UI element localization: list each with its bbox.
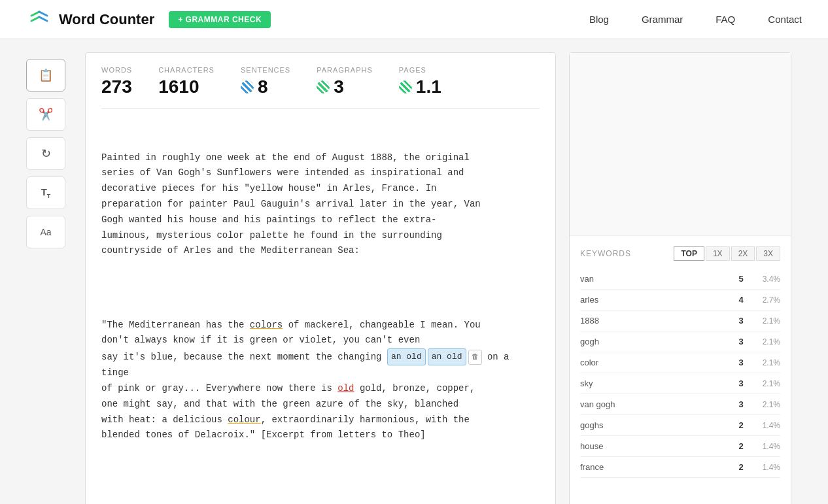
grammar-check-button[interactable]: + GRAMMAR CHECK xyxy=(169,11,271,28)
pages-label: PAGES xyxy=(399,66,441,74)
keyword-word: van xyxy=(580,274,731,284)
scissors-icon: ✂️ xyxy=(39,107,53,122)
delete-chip[interactable]: 🗑 xyxy=(468,350,482,365)
keyword-count: 5 xyxy=(731,274,751,284)
tab-top[interactable]: TOP xyxy=(674,246,704,261)
stats-bar: WORDS 273 CHARACTERS 1610 SENTENCES 8 PA… xyxy=(101,66,540,109)
ad-area xyxy=(570,53,791,236)
replacement-chip-2[interactable]: an old xyxy=(428,348,466,365)
sidebar-copy-button[interactable]: 📋 xyxy=(26,59,65,92)
keyword-word: arles xyxy=(580,295,731,305)
keyword-count: 3 xyxy=(731,337,751,346)
keywords-list: van53.4%arles42.7%188832.1%gogh32.1%colo… xyxy=(580,269,780,478)
stat-words: WORDS 273 xyxy=(101,66,132,97)
tab-3x[interactable]: 3X xyxy=(756,246,780,261)
keyword-word: 1888 xyxy=(580,316,731,326)
keyword-pct: 1.4% xyxy=(751,442,780,451)
chars-value: 1610 xyxy=(158,76,215,97)
sidebar: 📋 ✂️ ↻ TT Aa xyxy=(20,52,72,504)
copy-icon: 📋 xyxy=(39,68,53,82)
main-nav: Blog Grammar FAQ Contact xyxy=(589,14,802,25)
keyword-word: van gogh xyxy=(580,399,731,409)
pages-value: 1.1 xyxy=(399,76,441,97)
keyword-pct: 2.1% xyxy=(751,316,780,326)
keywords-tabs: TOP 1X 2X 3X xyxy=(674,246,780,261)
underline-old: old xyxy=(337,383,354,394)
stat-paragraphs: PARAGRAPHS 3 xyxy=(317,66,373,97)
keyword-row: van gogh32.1% xyxy=(580,394,780,415)
sidebar-refresh-button[interactable]: ↻ xyxy=(26,137,65,170)
sentences-label: SENTENCES xyxy=(241,66,290,74)
keyword-row: van53.4% xyxy=(580,269,780,290)
stat-pages: PAGES 1.1 xyxy=(399,66,441,97)
header: Word Counter + GRAMMAR CHECK Blog Gramma… xyxy=(0,0,828,39)
refresh-icon: ↻ xyxy=(41,146,51,161)
keyword-word: gogh xyxy=(580,337,731,346)
content-area: WORDS 273 CHARACTERS 1610 SENTENCES 8 PA… xyxy=(85,52,556,504)
logo-area: Word Counter + GRAMMAR CHECK xyxy=(26,7,271,33)
keyword-row: 188832.1% xyxy=(580,311,780,331)
keyword-pct: 1.4% xyxy=(751,463,780,472)
keyword-count: 3 xyxy=(731,378,751,388)
keyword-pct: 2.1% xyxy=(751,358,780,367)
keyword-word: france xyxy=(580,462,731,472)
keyword-count: 2 xyxy=(731,462,751,472)
stat-characters: CHARACTERS 1610 xyxy=(158,66,215,97)
words-label: WORDS xyxy=(101,66,132,74)
keyword-word: sky xyxy=(580,378,731,388)
pages-icon xyxy=(399,80,412,93)
svg-line-1 xyxy=(39,12,47,16)
nav-faq[interactable]: FAQ xyxy=(716,14,735,25)
underline-colors: colors xyxy=(250,320,283,330)
keyword-row: france21.4% xyxy=(580,457,780,478)
keyword-row: color32.1% xyxy=(580,352,780,373)
font-size-icon: TT xyxy=(41,186,51,199)
svg-line-0 xyxy=(31,12,39,16)
replacement-chip-1[interactable]: an old xyxy=(387,348,426,365)
keyword-pct: 2.7% xyxy=(751,295,780,305)
keywords-label: KEYWORDS xyxy=(580,249,631,258)
nav-contact[interactable]: Contact xyxy=(768,14,802,25)
keyword-pct: 2.1% xyxy=(751,337,780,346)
svg-line-3 xyxy=(39,17,47,21)
keyword-row: house21.4% xyxy=(580,436,780,457)
keyword-count: 2 xyxy=(731,441,751,451)
paragraph-2: "The Mediterranean has the colors of mac… xyxy=(101,318,540,444)
words-value: 273 xyxy=(101,76,132,97)
text-content[interactable]: Painted in roughly one week at the end o… xyxy=(101,119,540,504)
logo-icon xyxy=(26,7,52,33)
sidebar-scissors-button[interactable]: ✂️ xyxy=(26,98,65,131)
sentences-value: 8 xyxy=(241,76,290,97)
nav-grammar[interactable]: Grammar xyxy=(642,14,683,25)
sidebar-font-style-button[interactable]: Aa xyxy=(26,216,65,248)
keyword-word: color xyxy=(580,358,731,367)
stat-sentences: SENTENCES 8 xyxy=(241,66,290,97)
nav-blog[interactable]: Blog xyxy=(589,14,609,25)
keyword-count: 2 xyxy=(731,420,751,430)
keyword-count: 4 xyxy=(731,295,751,305)
keyword-row: goghs21.4% xyxy=(580,415,780,436)
keyword-count: 3 xyxy=(731,316,751,326)
paragraphs-label: PARAGRAPHS xyxy=(317,66,373,74)
keywords-section: KEYWORDS TOP 1X 2X 3X van53.4%arles42.7%… xyxy=(570,236,791,488)
right-panel: KEYWORDS TOP 1X 2X 3X van53.4%arles42.7%… xyxy=(569,52,791,504)
keyword-row: sky32.1% xyxy=(580,373,780,394)
font-style-icon: Aa xyxy=(40,227,51,237)
svg-line-2 xyxy=(31,17,39,21)
main-container: 📋 ✂️ ↻ TT Aa WORDS 273 CHARACTERS 1610 xyxy=(0,39,828,504)
underline-colour: colour xyxy=(228,414,260,425)
keyword-count: 3 xyxy=(731,399,751,409)
keyword-pct: 2.1% xyxy=(751,400,780,409)
sidebar-font-size-button[interactable]: TT xyxy=(26,176,65,209)
sentences-icon xyxy=(241,80,254,93)
keyword-row: gogh32.1% xyxy=(580,331,780,352)
keyword-word: goghs xyxy=(580,420,731,430)
tab-2x[interactable]: 2X xyxy=(731,246,755,261)
tab-1x[interactable]: 1X xyxy=(706,246,730,261)
keyword-count: 3 xyxy=(731,358,751,367)
keyword-row: arles42.7% xyxy=(580,290,780,311)
keyword-pct: 1.4% xyxy=(751,421,780,430)
keyword-word: house xyxy=(580,441,731,451)
keyword-pct: 2.1% xyxy=(751,379,780,388)
keywords-header: KEYWORDS TOP 1X 2X 3X xyxy=(580,246,780,261)
